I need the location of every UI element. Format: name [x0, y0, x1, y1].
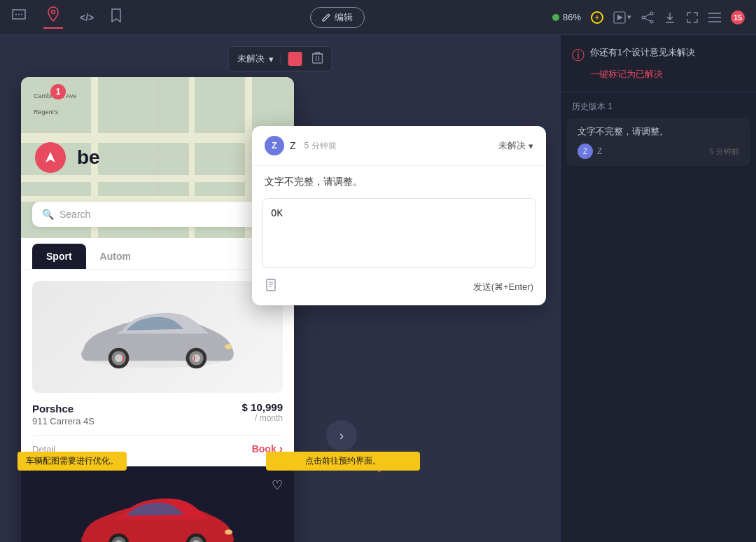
- car-info: Porshce 911 Carrera 4S $ 10,999 / month: [32, 401, 283, 426]
- svg-rect-29: [194, 356, 195, 361]
- tab-auto[interactable]: Autom: [86, 244, 145, 269]
- main-area: 未解决 ▾: [0, 35, 756, 542]
- svg-point-6: [650, 12, 653, 15]
- svg-point-3: [52, 10, 55, 13]
- toolbar-center: 编辑: [310, 7, 365, 28]
- send-button[interactable]: 发送(⌘+Enter): [473, 281, 533, 293]
- red-car-section: ♡: [21, 466, 294, 542]
- price-amount: $ 10,999: [242, 401, 283, 413]
- annotation-label-left: 车辆配图需要进行优化。: [18, 452, 127, 471]
- sidebar-alert: ⓘ 你还有1个设计意见未解决 一键标记为已解决: [561, 35, 756, 92]
- heart-icon[interactable]: ♡: [272, 478, 283, 493]
- battery-indicator: 86%: [552, 12, 581, 22]
- svg-rect-39: [267, 279, 275, 291]
- tab-sport[interactable]: Sport: [32, 244, 86, 269]
- code-icon: </>: [80, 12, 94, 23]
- map-notification-badge: 1: [50, 84, 66, 99]
- price-period: / month: [242, 413, 283, 423]
- play-button[interactable]: ▾: [613, 11, 631, 24]
- car-name-block: Porshce 911 Carrera 4S: [32, 401, 94, 426]
- car-model: 911 Carrera 4S: [32, 416, 94, 426]
- dialog-comment-text: 文字不完整，请调整。: [252, 166, 546, 198]
- annotation-label-right: 点击前往预约界面。: [266, 452, 420, 471]
- alert-icon: ⓘ: [572, 47, 584, 64]
- trash-icon[interactable]: [312, 51, 323, 67]
- active-underline: [43, 27, 63, 29]
- comment-toolbar: 未解决 ▾: [228, 46, 332, 71]
- svg-line-9: [645, 14, 650, 17]
- share-button[interactable]: [641, 11, 654, 24]
- svg-point-23: [115, 354, 122, 362]
- svg-point-8: [650, 20, 653, 23]
- svg-rect-28: [122, 356, 124, 361]
- svg-rect-15: [313, 54, 323, 63]
- canvas-nav-arrow[interactable]: ›: [326, 420, 357, 451]
- alert-text: 你还有1个设计意见未解决: [590, 46, 695, 59]
- top-toolbar: </> 编辑 86% + ▾: [0, 0, 756, 35]
- alert-row: ⓘ 你还有1个设计意见未解决: [572, 46, 745, 64]
- reply-input[interactable]: OK: [262, 198, 536, 268]
- svg-point-37: [225, 529, 232, 534]
- chat-icon: [11, 8, 27, 26]
- location-nav-item[interactable]: [43, 6, 63, 29]
- menu-button[interactable]: [708, 13, 721, 22]
- canvas-area: 未解决 ▾: [0, 35, 560, 542]
- user-time: 5 分钟前: [304, 140, 337, 152]
- app-name: be: [77, 146, 100, 169]
- bookmark-icon: [111, 8, 122, 26]
- car-image-area: [32, 281, 283, 393]
- svg-point-2: [21, 14, 22, 15]
- comment-dialog: Z Z 5 分钟前 未解决 ▾ 文字不完整，请调整。 OK: [252, 126, 546, 305]
- dialog-reply-area: OK: [252, 198, 546, 271]
- svg-point-0: [15, 14, 17, 15]
- status-dropdown[interactable]: 未解决 ▾: [237, 53, 281, 65]
- history-comment-text: 文字不完整，请调整。: [578, 125, 739, 138]
- history-avatar: Z: [578, 144, 593, 159]
- car-image-red: [66, 480, 248, 542]
- notification-badge[interactable]: 15: [731, 11, 745, 25]
- map-nav-button[interactable]: [35, 142, 66, 173]
- history-user-row: Z Z 5 分钟前: [578, 144, 739, 159]
- svg-point-26: [192, 354, 200, 362]
- history-title: 历史版本 1: [561, 92, 756, 118]
- car-image-silver: [66, 295, 248, 379]
- color-swatch[interactable]: [288, 52, 302, 66]
- resolve-link[interactable]: 一键标记为已解决: [590, 68, 745, 81]
- svg-point-7: [642, 16, 645, 19]
- history-comment: 文字不完整，请调整。 Z Z 5 分钟前: [566, 118, 750, 166]
- car-name: Porshce: [32, 401, 94, 416]
- car-price: $ 10,999 / month: [242, 401, 283, 423]
- toolbar-right: 86% + ▾: [552, 11, 745, 25]
- map-label-regent: Regent's: [34, 109, 58, 116]
- user-avatar: Z: [265, 136, 284, 155]
- right-sidebar: ⓘ 你还有1个设计意见未解决 一键标记为已解决 历史版本 1 文字不完整，请调整…: [560, 35, 756, 542]
- toolbar-left: </>: [11, 6, 122, 29]
- dialog-status-dropdown[interactable]: 未解决 ▾: [498, 139, 533, 152]
- svg-point-27: [225, 344, 232, 349]
- user-name: Z: [290, 140, 296, 151]
- dialog-header: Z Z 5 分钟前 未解决 ▾: [252, 126, 546, 166]
- svg-point-1: [18, 14, 20, 15]
- expand-button[interactable]: [686, 11, 699, 24]
- download-button[interactable]: [664, 11, 676, 24]
- svg-line-10: [645, 18, 650, 21]
- search-bar[interactable]: 🔍 Search: [32, 202, 283, 227]
- svg-marker-5: [617, 15, 623, 20]
- bookmark-nav-item[interactable]: [111, 8, 122, 26]
- history-time: 5 分钟前: [710, 146, 739, 157]
- dialog-user: Z Z 5 分钟前: [265, 136, 337, 155]
- add-button[interactable]: +: [591, 11, 603, 24]
- online-dot: [552, 14, 559, 21]
- history-user: Z Z: [578, 144, 602, 159]
- code-nav-item[interactable]: </>: [80, 12, 94, 23]
- search-icon: 🔍: [42, 209, 54, 220]
- chat-nav-item[interactable]: [11, 8, 27, 26]
- svg-marker-19: [46, 152, 55, 162]
- history-username: Z: [597, 146, 602, 156]
- location-icon: [47, 6, 59, 25]
- search-placeholder: Search: [59, 209, 90, 220]
- dialog-footer: 发送(⌘+Enter): [252, 271, 546, 305]
- edit-button[interactable]: 编辑: [310, 7, 365, 28]
- attach-icon[interactable]: [265, 278, 277, 296]
